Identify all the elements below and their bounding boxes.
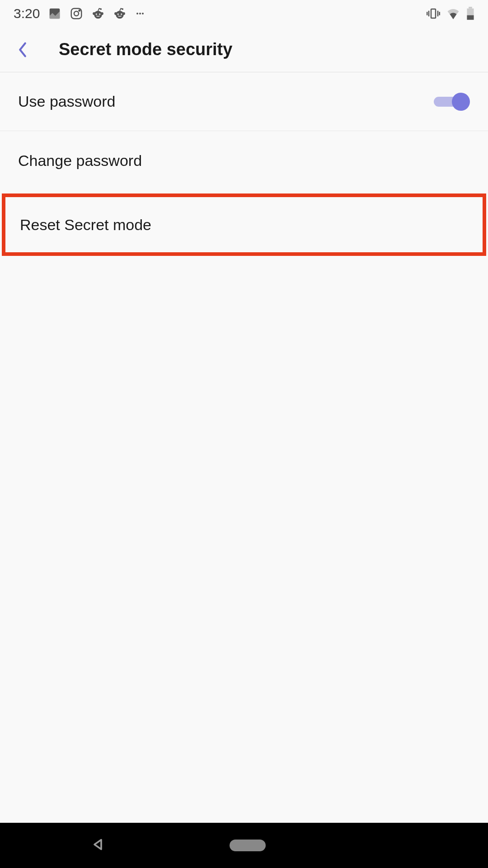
change-password-row[interactable]: Change password	[0, 131, 488, 190]
change-password-label: Change password	[18, 152, 142, 170]
status-bar-left: 3:20	[14, 6, 145, 21]
instagram-icon	[70, 7, 83, 20]
navigation-bar	[0, 823, 488, 868]
svg-point-6	[101, 12, 103, 15]
svg-rect-26	[467, 15, 474, 20]
settings-list: Use password Change password Reset Secre…	[0, 72, 488, 256]
toggle-thumb	[452, 93, 470, 111]
nav-home-button[interactable]	[230, 840, 266, 851]
status-time: 3:20	[14, 6, 40, 21]
svg-point-9	[99, 14, 101, 15]
svg-point-10	[116, 11, 124, 19]
svg-rect-19	[431, 9, 436, 18]
svg-point-18	[142, 13, 144, 14]
page-title: Secret mode security	[59, 40, 232, 59]
svg-point-3	[79, 10, 80, 11]
svg-point-13	[122, 8, 124, 10]
reddit-icon-2	[113, 7, 127, 20]
use-password-label: Use password	[18, 93, 115, 110]
use-password-row[interactable]: Use password	[0, 72, 488, 131]
svg-point-11	[115, 12, 117, 15]
status-bar-right	[427, 7, 474, 20]
svg-point-4	[94, 11, 103, 19]
wifi-icon	[446, 8, 460, 19]
reset-secret-mode-label: Reset Secret mode	[20, 216, 151, 234]
back-button[interactable]	[14, 41, 32, 59]
svg-point-8	[96, 14, 97, 15]
use-password-toggle[interactable]	[434, 93, 470, 111]
svg-point-15	[121, 14, 122, 15]
nav-back-button[interactable]	[90, 836, 107, 854]
svg-point-12	[122, 12, 125, 15]
more-dots-icon	[135, 8, 145, 19]
svg-point-5	[93, 12, 96, 15]
svg-point-2	[74, 11, 79, 16]
reset-secret-mode-row[interactable]: Reset Secret mode	[2, 193, 486, 256]
app-header: Secret mode security	[0, 27, 488, 72]
svg-point-7	[100, 8, 102, 10]
svg-marker-27	[94, 840, 101, 849]
svg-point-17	[139, 13, 141, 14]
status-bar: 3:20	[0, 0, 488, 27]
gallery-icon	[48, 7, 61, 20]
svg-point-16	[136, 13, 138, 14]
vibrate-icon	[427, 8, 440, 19]
reddit-icon	[91, 7, 105, 20]
svg-rect-24	[469, 7, 472, 9]
svg-point-14	[117, 14, 119, 15]
battery-icon	[466, 7, 474, 20]
